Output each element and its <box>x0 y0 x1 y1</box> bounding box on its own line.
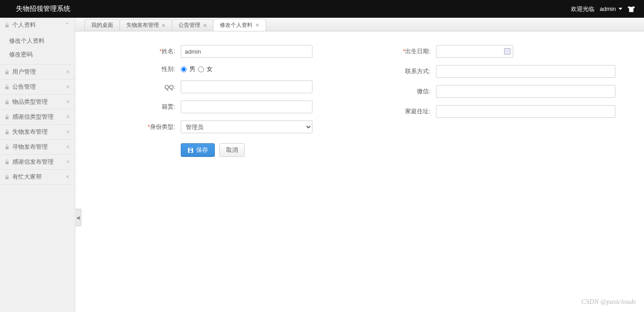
theme-icon[interactable] <box>628 6 635 12</box>
form-area: *姓名: 性别: 男 女 QQ: 籍贯: <box>75 31 644 312</box>
tab-desktop[interactable]: 我的桌面 <box>84 19 120 31</box>
sidebar-item-item-types[interactable]: 物品类型管理< <box>0 95 75 109</box>
chevron-down-icon <box>619 8 622 10</box>
sidebar-item-lost-pub[interactable]: 失物发布管理< <box>0 125 75 139</box>
username: admin <box>600 5 616 12</box>
qq-label: QQ: <box>121 84 175 91</box>
sidebar-item-seek-pub[interactable]: 寻物发布管理< <box>0 140 75 154</box>
save-button[interactable]: 保存 <box>181 143 215 157</box>
lock-icon <box>5 114 10 120</box>
lock-icon <box>5 174 10 180</box>
calendar-icon[interactable] <box>504 48 510 55</box>
lock-icon <box>5 159 10 165</box>
chevron-left-icon: < <box>66 159 69 165</box>
close-icon[interactable]: × <box>255 22 259 28</box>
name-input[interactable] <box>181 45 312 58</box>
chevron-left-icon: < <box>66 84 69 90</box>
lock-icon <box>5 144 10 150</box>
close-icon[interactable]: × <box>162 22 165 29</box>
sidebar-item-users[interactable]: 用户管理< <box>0 65 75 79</box>
lock-icon <box>5 22 10 28</box>
tab-notice[interactable]: 公告管理× <box>172 19 213 31</box>
lock-icon <box>5 69 10 75</box>
welcome-text: 欢迎光临 <box>571 5 594 13</box>
contact-label: 联系方式: <box>376 67 431 75</box>
name-label: *姓名: <box>121 47 175 55</box>
topbar-right: 欢迎光临 admin <box>571 5 635 13</box>
sidebar: 个人资料 ⌃ 修改个人资料 修改密码 用户管理< 公告管理< 物品类型管理< 感… <box>0 18 75 312</box>
contact-input[interactable] <box>436 65 615 78</box>
sidebar-item-notice[interactable]: 公告管理< <box>0 80 75 94</box>
sidebar-group-profile: 个人资料 ⌃ 修改个人资料 修改密码 <box>0 18 75 65</box>
lock-icon <box>5 99 10 105</box>
sidebar-item-thanks-types[interactable]: 感谢信类型管理< <box>0 110 75 124</box>
gender-label: 性别: <box>121 65 175 73</box>
wechat-input[interactable] <box>436 85 615 98</box>
addr-input[interactable] <box>436 105 615 118</box>
lock-icon <box>5 129 10 135</box>
dob-label: *出生日期: <box>376 47 431 55</box>
tab-edit-profile[interactable]: 修改个人资料× <box>213 19 266 31</box>
user-menu[interactable]: admin <box>600 5 622 12</box>
tabstrip: 我的桌面 失物发布管理× 公告管理× 修改个人资料× <box>75 18 644 31</box>
chevron-left-icon: < <box>66 114 69 120</box>
sidebar-item-profile[interactable]: 个人资料 ⌃ <box>0 18 75 32</box>
wechat-label: 微信: <box>376 87 431 96</box>
cancel-button[interactable]: 取消 <box>219 143 245 157</box>
gender-female-radio[interactable] <box>198 66 204 72</box>
chevron-left-icon: < <box>66 174 69 180</box>
qq-input[interactable] <box>181 81 312 93</box>
chevron-left-icon: < <box>66 99 69 105</box>
sidebar-sub-edit-profile[interactable]: 修改个人资料 <box>0 34 75 48</box>
sidebar-collapse-handle[interactable]: ◀ <box>75 209 81 226</box>
watermark: CSDN @pastclouds <box>581 298 636 306</box>
role-select[interactable]: 管理员 <box>181 121 312 133</box>
sidebar-sub-edit-password[interactable]: 修改密码 <box>0 48 75 61</box>
lock-icon <box>5 84 10 90</box>
chevron-left-icon: < <box>66 69 69 75</box>
chevron-left-icon: < <box>66 144 69 150</box>
sidebar-item-help[interactable]: 有忙大家帮< <box>0 170 75 184</box>
dob-input[interactable] <box>436 45 513 58</box>
addr-label: 家庭住址: <box>376 107 431 116</box>
save-icon <box>188 147 193 153</box>
native-input[interactable] <box>181 101 312 113</box>
close-icon[interactable]: × <box>203 22 207 29</box>
topbar: 失物招领管理系统 欢迎光临 admin <box>0 0 644 18</box>
app-title: 失物招领管理系统 <box>9 5 70 13</box>
gender-male-radio[interactable] <box>181 66 187 72</box>
tab-lost-pub[interactable]: 失物发布管理× <box>119 19 172 31</box>
role-label: *身份类型: <box>121 123 175 131</box>
chevron-left-icon: < <box>66 129 69 135</box>
sidebar-item-thanks-pub[interactable]: 感谢信发布管理< <box>0 155 75 169</box>
chevron-up-icon: ⌃ <box>65 22 69 28</box>
native-label: 籍贯: <box>121 103 175 111</box>
